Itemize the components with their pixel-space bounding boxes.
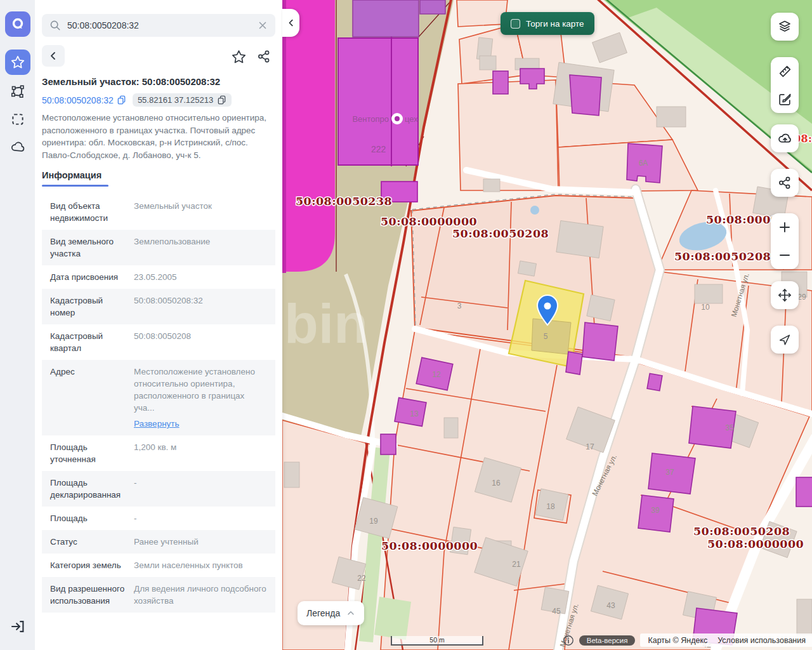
favorite-star-button[interactable] (230, 48, 247, 65)
quarter-label: 50:08:0050238 (296, 195, 392, 208)
expand-address-link[interactable]: Развернуть (134, 418, 180, 430)
cadastral-map[interactable]: bin (282, 0, 812, 650)
share-icon (778, 176, 792, 190)
panel-collapse-button[interactable] (282, 9, 299, 37)
edit-icon (778, 92, 792, 107)
pan-button[interactable] (771, 281, 799, 309)
zoom-in-button[interactable] (771, 213, 799, 241)
table-row: Категория земельЗемли населенных пунктов (42, 554, 275, 577)
parcel-number: 29 (797, 293, 806, 302)
quarter-label: 50:08:0050208 (452, 227, 549, 240)
quarter-label: 50:08:0000 (706, 213, 778, 226)
parcel-number: 37 (665, 468, 674, 477)
object-description: Местоположение установлено относительно … (42, 112, 275, 161)
cadastral-number-link[interactable]: 50:08:0050208:32 (42, 95, 126, 105)
area-select-icon[interactable] (5, 107, 30, 132)
pan-tool (771, 281, 799, 309)
back-button[interactable] (42, 45, 65, 67)
quarter-label: 50:08:0000000 (381, 215, 477, 228)
search-icon (49, 20, 61, 31)
quarter-label: 50:08:0050208 (693, 525, 790, 538)
app-root: Земельный участок: 50:08:0050208:32 50:0… (0, 0, 812, 650)
share-map-button[interactable] (771, 169, 799, 197)
sign-in-icon[interactable] (8, 617, 27, 636)
table-row: СтатусРанее учтенный (42, 530, 275, 554)
parcel-number: 10 (701, 303, 710, 312)
table-row-address: Адрес Местоположение установлено относит… (42, 360, 275, 435)
chevron-up-icon (346, 609, 355, 618)
share-map-tool (771, 169, 799, 197)
map-container: bin (282, 0, 812, 650)
move-icon (777, 288, 792, 303)
tab-information[interactable]: Информация (42, 170, 102, 180)
quarter-label: 50:08:0000000 (381, 540, 478, 552)
parcel-number: 21 (512, 560, 521, 569)
parcel-number: 22 (357, 574, 366, 583)
zone-magenta (282, 0, 335, 273)
plus-icon (778, 220, 792, 234)
cloud-upload-icon (777, 131, 793, 147)
share-button[interactable] (255, 48, 273, 65)
app-logo-icon[interactable] (5, 11, 30, 37)
table-row: Вид разрешенного использованияДля ведени… (42, 577, 275, 613)
legend-button[interactable]: Легенда (298, 601, 364, 625)
copy-icon[interactable] (217, 95, 226, 105)
table-row: Площадь декларированная- (42, 471, 275, 507)
object-panel: Земельный участок: 50:08:0050208:32 50:0… (35, 0, 282, 650)
page-title: Земельный участок: 50:08:0050208:32 (42, 76, 275, 87)
layers-button[interactable] (771, 13, 799, 41)
poi-marker (391, 113, 403, 124)
quarter-label: 50:08:0050208 (674, 250, 771, 263)
parcel-number: 17 (586, 442, 594, 451)
search-bar[interactable] (42, 14, 275, 37)
map-scale-bar: 50 m (391, 636, 483, 646)
location-arrow-icon (778, 333, 792, 347)
parcel-number: 12 (432, 370, 441, 379)
ruler-icon (778, 64, 792, 79)
quarter-label: 50:08:0000000 (707, 538, 804, 550)
card-header (42, 45, 275, 67)
trades-on-map-toggle[interactable]: Торги на карте (501, 12, 594, 35)
maps-copyright[interactable]: Карты © Яндекс (648, 636, 707, 645)
polygon-tool-icon[interactable] (5, 79, 30, 105)
zoom-tool (771, 213, 799, 269)
info-button[interactable] (563, 635, 574, 646)
chips-row: 50:08:0050208:32 55.82161 37.125213 (42, 93, 275, 107)
zone-number: 222 (371, 144, 386, 154)
sidebar-item-favorites[interactable] (5, 50, 30, 75)
address-value: Местоположение установлено относительно … (134, 367, 255, 413)
trades-label: Торги на карте (526, 19, 584, 29)
terms-of-use-link[interactable]: Условия использования (717, 636, 806, 645)
measure-edit-tools (771, 57, 799, 113)
parcel-number: 6A (639, 159, 648, 168)
minus-icon (778, 248, 792, 262)
edit-button[interactable] (771, 85, 799, 113)
clear-search-icon[interactable] (258, 20, 268, 30)
parcel-number: 19 (369, 517, 378, 526)
search-input[interactable] (67, 20, 251, 30)
zone-name-left: Вентопро (352, 114, 389, 124)
parcel-number: 5 (544, 332, 548, 341)
table-row: Кадастровый квартал50:08:0050208 (42, 324, 275, 360)
beta-badge: Beta-версия (579, 635, 636, 646)
table-row: Кадастровый номер50:08:0050208:32 (42, 289, 275, 324)
map-attribution: Beta-версия Карты © Яндекс Условия испол… (563, 633, 812, 647)
parcel-number: 43 (606, 601, 615, 610)
layers-tool (771, 13, 799, 41)
parcel-number: 39 (651, 506, 660, 515)
copy-icon[interactable] (117, 95, 126, 105)
cloud-icon[interactable] (5, 135, 30, 160)
table-row: Площадь- (42, 507, 275, 530)
trades-checkbox[interactable] (511, 19, 520, 29)
parcel-number: 35 (725, 423, 734, 432)
cadastral-number-text: 50:08:0050208:32 (42, 95, 114, 105)
info-table: Вид объекта недвижимостиЗемельный участо… (42, 194, 275, 613)
parcel-number: 3 (457, 302, 462, 310)
coordinates-chip[interactable]: 55.82161 37.125213 (133, 93, 232, 107)
locate-button[interactable] (771, 326, 799, 354)
table-row: Вид объекта недвижимостиЗемельный участо… (42, 194, 275, 230)
table-row: Дата присвоения23.05.2005 (42, 265, 275, 289)
ruler-button[interactable] (771, 57, 799, 85)
cloud-upload-button[interactable] (771, 124, 799, 152)
zoom-out-button[interactable] (771, 241, 799, 269)
